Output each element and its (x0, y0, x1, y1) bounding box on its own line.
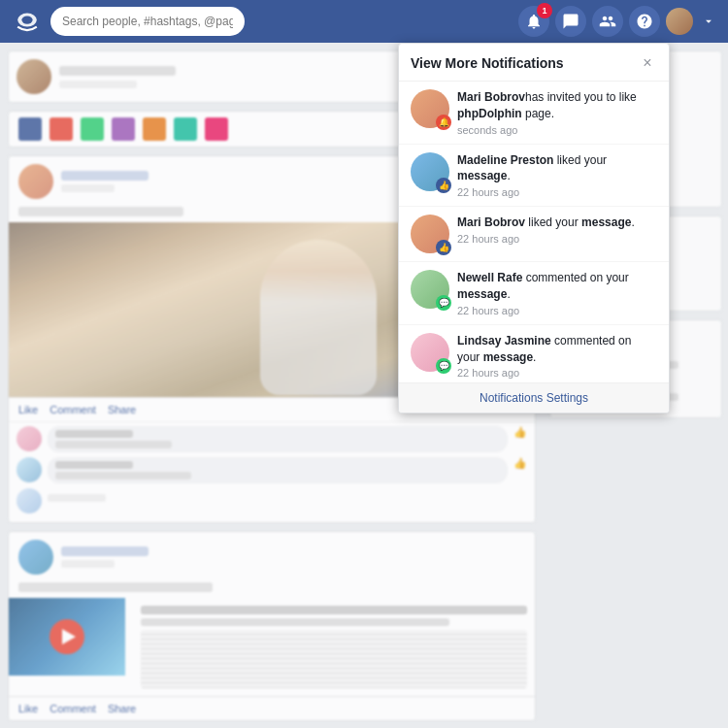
notification-item[interactable]: 🔔 Mari Bobrovhas invited you to like php… (399, 82, 669, 145)
commenter-avatar-3 (17, 488, 42, 513)
notif-time: 22 hours ago (457, 305, 657, 316)
notification-item[interactable]: 👍 Madeline Preston liked your message. 2… (399, 145, 669, 208)
help-button[interactable] (629, 6, 660, 37)
popup-header: View More Notifications × (399, 44, 669, 82)
comments-section: 👍 👍 (9, 421, 535, 522)
post-actions-2: Like Comment Share (9, 696, 535, 720)
comment-item: 👍 (17, 426, 527, 452)
friends-button[interactable] (592, 6, 623, 37)
share-button-2[interactable]: Share (108, 703, 136, 714)
comment-button-2[interactable]: Comment (50, 703, 96, 714)
notif-time: 22 hours ago (457, 186, 657, 198)
post-author-avatar (18, 164, 53, 199)
notification-item[interactable]: 👍 Mari Bobrov liked your message. 22 hou… (399, 207, 669, 262)
notification-popup: View More Notifications × 🔔 Mari Bobrovh… (398, 43, 670, 414)
notif-text: Newell Rafe commented on your message. (457, 270, 657, 303)
notifications-settings-link[interactable]: Notifications Settings (411, 391, 657, 405)
notif-text: Lindsay Jasmine commented on your messag… (457, 333, 657, 366)
notif-time: 22 hours ago (457, 233, 657, 245)
notif-time: 22 hours ago (457, 367, 657, 379)
commenter-avatar-2 (17, 457, 42, 482)
search-bar[interactable] (50, 7, 245, 36)
notif-content: Mari Bobrovhas invited you to like phpDo… (457, 89, 657, 136)
post-card-2: Like Comment Share (8, 531, 536, 721)
comment-item-3 (17, 488, 527, 513)
notifications-button[interactable]: 1 (518, 6, 549, 37)
notif-avatar-wrap: 👍 (411, 215, 449, 253)
notification-list: 🔔 Mari Bobrovhas invited you to like php… (399, 82, 669, 382)
post-author-avatar-2 (18, 540, 53, 575)
comment-item: 👍 (17, 457, 527, 483)
play-button[interactable] (50, 619, 84, 654)
notif-text: Mari Bobrov liked your message. (457, 215, 657, 231)
notif-type-icon: 👍 (436, 240, 451, 255)
notif-type-icon: 👍 (436, 178, 451, 193)
notification-badge: 1 (537, 3, 552, 18)
nav-icons: 1 (518, 6, 718, 37)
notif-time: seconds ago (457, 124, 657, 136)
notif-type-icon: 💬 (436, 358, 451, 374)
logo (10, 4, 45, 39)
commenter-avatar (17, 426, 42, 451)
popup-close-button[interactable]: × (638, 53, 657, 73)
notif-text: Mari Bobrovhas invited you to like phpDo… (457, 89, 657, 122)
notif-content: Newell Rafe commented on your message. 2… (457, 270, 657, 316)
notif-avatar-wrap: 💬 (411, 270, 449, 309)
feed-avatar (17, 59, 51, 94)
notif-type-icon: 🔔 (436, 115, 451, 130)
video-thumbnail[interactable] (9, 598, 125, 676)
svg-point-1 (21, 16, 32, 23)
notif-type-icon: 💬 (436, 295, 451, 311)
like-button-2[interactable]: Like (18, 703, 38, 714)
notif-avatar-wrap: 👍 (411, 152, 449, 191)
notif-avatar-wrap: 🔔 (411, 89, 449, 128)
messages-button[interactable] (555, 6, 586, 37)
dropdown-button[interactable] (699, 12, 718, 31)
search-input[interactable] (62, 15, 233, 28)
popup-footer: Notifications Settings (399, 382, 669, 413)
notif-content: Mari Bobrov liked your message. 22 hours… (457, 215, 657, 245)
user-avatar[interactable] (666, 8, 693, 35)
share-button[interactable]: Share (108, 404, 136, 415)
notification-item[interactable]: 💬 Lindsay Jasmine commented on your mess… (399, 325, 669, 382)
notif-avatar-wrap: 💬 (411, 333, 449, 372)
notif-content: Madeline Preston liked your message. 22 … (457, 152, 657, 199)
top-nav: 1 (0, 0, 728, 43)
comment-button[interactable]: Comment (50, 404, 96, 415)
like-button[interactable]: Like (18, 404, 38, 415)
notif-content: Lindsay Jasmine commented on your messag… (457, 333, 657, 380)
notif-text: Madeline Preston liked your message. (457, 152, 657, 185)
notification-item[interactable]: 💬 Newell Rafe commented on your message.… (399, 262, 669, 325)
popup-title: View More Notifications (411, 55, 564, 71)
